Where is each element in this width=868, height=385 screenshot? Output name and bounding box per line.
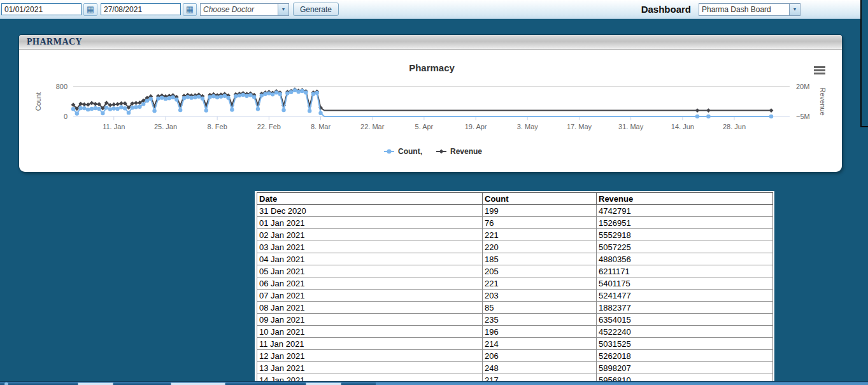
x-tick-label: 11. Jan [103, 123, 125, 130]
table-cell: 5401175 [597, 277, 773, 290]
svg-text:Revenue: Revenue [450, 147, 482, 156]
y-right-tick-label: −5M [796, 113, 810, 120]
y-left-tick-label: 800 [56, 83, 68, 90]
table-cell: 05 Jan 2021 [257, 265, 483, 277]
date-from-calendar-button[interactable]: ▦ [83, 3, 97, 16]
table-cell: 11 Jan 2021 [257, 338, 483, 350]
count-point-marker [186, 95, 190, 99]
count-point-marker [215, 95, 219, 99]
legend-item-count[interactable]: Count, [384, 147, 422, 156]
table-cell: 248 [483, 362, 597, 374]
count-point-marker [152, 109, 156, 113]
table-cell: 85 [483, 302, 597, 314]
count-point-marker [238, 94, 241, 97]
count-point-marker [97, 107, 101, 111]
calendar-icon: ▦ [186, 5, 194, 13]
table-cell: 5241477 [597, 290, 773, 302]
chart-menu-hamburger-icon[interactable] [814, 66, 825, 74]
table-cell: 221 [483, 229, 597, 241]
doctor-select-placeholder: Choose Doctor [201, 4, 278, 15]
x-tick-label: 22. Mar [360, 123, 385, 130]
taskbar-button[interactable] [306, 382, 341, 385]
table-cell: 1526951 [597, 217, 773, 229]
table-cell: 4880356 [597, 253, 773, 265]
count-point-marker [182, 96, 186, 100]
chevron-down-icon[interactable]: ▼ [278, 4, 288, 15]
chart-title: Pharmacy [409, 62, 455, 73]
revenue-point-marker [119, 101, 124, 106]
table-header-revenue: Revenue [597, 193, 773, 205]
table-cell: 205 [483, 265, 597, 277]
count-point-marker [285, 91, 289, 95]
table-header-date: Date [257, 193, 483, 205]
count-point-marker [164, 97, 167, 101]
date-to-calendar-button[interactable]: ▦ [183, 3, 197, 16]
start-orb-icon[interactable] [4, 382, 8, 385]
count-point-marker [211, 94, 215, 98]
table-row: 02 Jan 20212215552918 [257, 229, 773, 241]
revenue-point-marker [93, 102, 97, 106]
count-point-marker [223, 94, 227, 97]
revenue-point-marker [90, 101, 94, 106]
pharmacy-chart-container: Pharmacy11. Jan25. Jan8. Feb22. Feb8. Ma… [19, 50, 842, 171]
table-cell: 185 [483, 253, 597, 265]
count-point-marker [134, 105, 138, 109]
chevron-down-icon[interactable]: ▼ [789, 4, 800, 15]
panel-title: PHARMACY [27, 37, 82, 47]
count-point-marker [160, 95, 164, 99]
count-point-marker [308, 109, 311, 113]
x-tick-label: 28. Jun [723, 123, 746, 130]
revenue-point-marker [706, 108, 711, 113]
y-right-axis-title: Revenue [819, 87, 827, 115]
count-point-marker [78, 106, 82, 110]
table-row: 31 Dec 20201994742791 [257, 205, 773, 217]
count-point-marker [123, 106, 127, 110]
table-cell: 02 Jan 2021 [257, 229, 483, 241]
x-tick-label: 17. May [567, 123, 592, 130]
count-point-marker [145, 99, 149, 102]
windows-taskbar[interactable] [0, 381, 868, 385]
count-point-marker [171, 95, 174, 99]
date-to-input[interactable] [101, 3, 181, 15]
table-row: 07 Jan 20212035241477 [257, 290, 773, 302]
count-point-marker [201, 97, 204, 101]
dashboard-select[interactable]: Pharma Dash Board ▼ [699, 3, 800, 16]
revenue-point-marker [695, 108, 700, 113]
taskbar-tray-area[interactable] [376, 382, 868, 385]
count-point-marker [304, 90, 308, 94]
count-point-marker [300, 89, 304, 93]
pharmacy-line-chart: Pharmacy11. Jan25. Jan8. Feb22. Feb8. Ma… [19, 50, 842, 171]
x-tick-label: 8. Mar [311, 123, 331, 130]
series-line-circle [73, 90, 771, 116]
table-row: 10 Jan 20211964522240 [257, 326, 773, 338]
taskbar-button[interactable] [78, 382, 113, 385]
count-point-marker [230, 108, 234, 111]
table-cell: 214 [483, 338, 597, 350]
count-point-marker [178, 108, 182, 112]
count-point-marker [263, 92, 267, 96]
table-row: 12 Jan 20212065262018 [257, 350, 773, 362]
count-point-marker [75, 111, 79, 115]
table-cell: 5031525 [597, 338, 773, 350]
count-point-marker [71, 107, 75, 111]
table-cell: 4742791 [597, 205, 773, 217]
table-cell: 206 [483, 350, 597, 362]
legend-item-revenue[interactable]: Revenue [436, 147, 482, 156]
table-cell: 220 [483, 241, 597, 253]
x-tick-label: 8. Feb [208, 123, 227, 130]
count-point-marker [234, 94, 238, 98]
count-point-marker [311, 92, 315, 96]
revenue-point-marker [111, 102, 116, 107]
doctor-select[interactable]: Choose Doctor ▼ [200, 3, 289, 16]
window-edge-frame [860, 0, 868, 127]
count-point-marker [174, 97, 178, 101]
count-point-marker [769, 115, 773, 118]
x-tick-label: 22. Feb [257, 123, 281, 130]
table-cell: 01 Jan 2021 [257, 217, 483, 229]
generate-button[interactable]: Generate [293, 3, 339, 16]
count-point-marker [256, 107, 260, 111]
date-from-input[interactable] [1, 3, 82, 15]
table-cell: 09 Jan 2021 [257, 314, 483, 326]
taskbar-button[interactable] [171, 382, 225, 385]
table-row: 08 Jan 2021851882377 [257, 302, 773, 314]
